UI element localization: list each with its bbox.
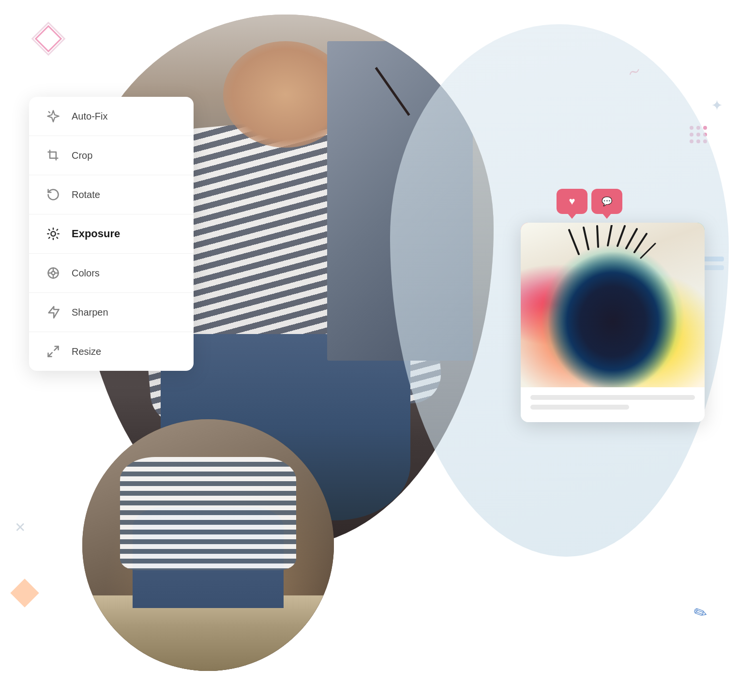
colors-label: Colors: [72, 268, 100, 279]
social-card: [521, 223, 705, 422]
menu-item-crop[interactable]: Crop: [29, 136, 194, 175]
svg-line-4: [617, 226, 625, 246]
svg-line-7: [641, 243, 655, 258]
menu-item-sharpen[interactable]: Sharpen: [29, 293, 194, 332]
dot-grid-top: [690, 126, 707, 143]
svg-line-8: [49, 112, 50, 113]
sharpen-label: Sharpen: [72, 307, 108, 318]
svg-line-1: [584, 228, 588, 249]
squiggle-deco-top: ～: [622, 61, 644, 83]
rotate-icon: [45, 186, 62, 203]
crop-label: Crop: [72, 150, 92, 161]
menu-item-resize[interactable]: Resize: [29, 332, 194, 371]
svg-line-13: [57, 237, 58, 238]
eye-lashes-svg: [540, 225, 685, 283]
menu-item-exposure[interactable]: Exposure: [29, 214, 194, 254]
menu-item-rotate[interactable]: Rotate: [29, 175, 194, 214]
chat-icon: 💬: [602, 196, 612, 207]
exposure-icon: [45, 225, 62, 243]
auto-fix-label: Auto-Fix: [72, 111, 107, 122]
svg-line-2: [597, 226, 598, 247]
menu-item-colors[interactable]: Colors: [29, 254, 194, 293]
exposure-label: Exposure: [72, 228, 120, 240]
resize-icon: [45, 343, 62, 360]
svg-line-12: [49, 229, 50, 230]
svg-point-9: [51, 231, 55, 236]
pencil-deco: ✏: [691, 601, 710, 624]
social-card-footer: [521, 387, 705, 422]
crop-icon: [45, 147, 62, 164]
diamond-fill-deco: [10, 578, 39, 607]
svg-line-5: [626, 229, 637, 248]
bottom-circle-photo: [82, 419, 334, 671]
cross-deco-1: ✕: [15, 519, 26, 535]
svg-line-0: [569, 230, 579, 254]
rotate-label: Rotate: [72, 189, 100, 200]
scene: ～ ✕ ✏ ✦: [0, 0, 753, 700]
svg-line-6: [634, 234, 647, 252]
sharpen-icon: [45, 304, 62, 321]
auto-fix-icon: [45, 107, 62, 125]
svg-line-16: [49, 237, 50, 238]
diamond-deco-2: [31, 22, 66, 56]
svg-line-3: [608, 225, 612, 245]
notification-area: ♥ 💬: [557, 189, 622, 214]
resize-label: Resize: [72, 346, 101, 357]
cross-deco-2: ✦: [711, 97, 723, 114]
menu-item-auto-fix[interactable]: Auto-Fix: [29, 97, 194, 136]
social-card-bar-1: [530, 395, 695, 400]
diamond-deco-1: [35, 25, 62, 53]
chat-notification: 💬: [591, 189, 622, 214]
social-card-image: [521, 223, 705, 387]
menu-panel: Auto-Fix Crop Rotate: [29, 97, 194, 371]
heart-notification: ♥: [557, 189, 587, 214]
heart-icon: ♥: [569, 195, 575, 208]
social-card-bar-2: [530, 405, 629, 410]
svg-line-17: [57, 229, 58, 230]
colors-icon: [45, 264, 62, 282]
